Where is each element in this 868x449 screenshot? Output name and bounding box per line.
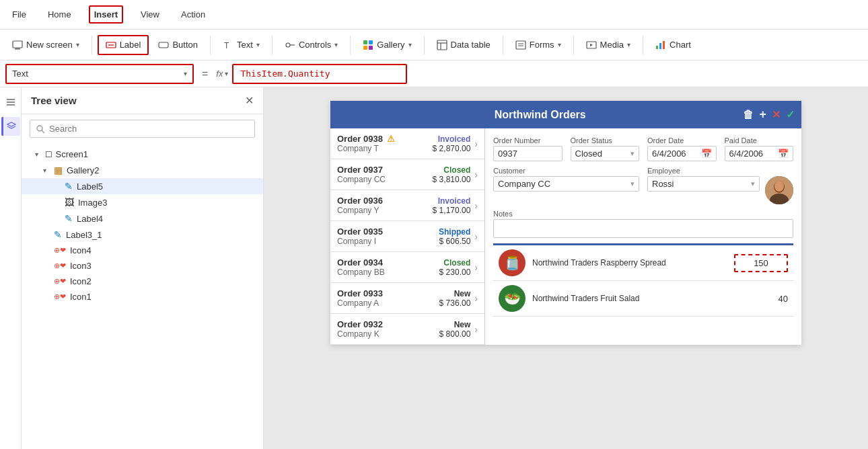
order-status-field: Order Status Closed ▾: [571, 136, 640, 161]
order-number-label: Order Number: [493, 136, 563, 145]
tree-toggle-screen1[interactable]: ▾: [35, 151, 43, 158]
menu-view[interactable]: View: [137, 7, 164, 22]
header-close-icon[interactable]: ✕: [772, 108, 781, 121]
gallery-item-0938[interactable]: Order 0938 ⚠ Company T Invoiced $ 2,870.…: [330, 128, 484, 159]
header-add-icon[interactable]: +: [759, 108, 766, 122]
customer-field: Customer Company CC ▾: [493, 167, 639, 204]
app-header: Northwind Orders 🗑 + ✕ ✓: [330, 101, 801, 128]
notes-input[interactable]: [493, 219, 793, 238]
employee-field: Employee Rossi ▾: [647, 167, 793, 204]
svg-rect-21: [659, 43, 661, 49]
tree-item-label5[interactable]: ✎ Label5: [22, 178, 263, 194]
sub-gallery-img-0: 🫙: [499, 249, 526, 276]
tree-panel: Tree view ✕ ▾ □ Screen1 ▾ ▦ Gallery2: [22, 87, 264, 449]
sidebar-layers-icon[interactable]: [1, 117, 20, 136]
canvas-area: Northwind Orders 🗑 + ✕ ✓ Order 093: [264, 87, 868, 449]
icon3-tree-icon: ⊕❤: [54, 261, 66, 270]
gallery-button[interactable]: Gallery ▾: [356, 36, 418, 54]
media-icon: [586, 40, 597, 50]
order-date-input[interactable]: 6/4/2006 📅: [647, 146, 717, 161]
detail-panel: Order Number 0937 Order Status Closed ▾: [485, 128, 801, 345]
formula-fx-label: fx: [216, 69, 223, 79]
sub-gallery-row-0: 🫙 Northwind Traders Raspberry Spread 150: [493, 245, 793, 281]
label-tree-icon: ✎: [65, 181, 73, 192]
tree-toggle-gallery2[interactable]: ▾: [43, 167, 51, 174]
svg-rect-8: [363, 40, 367, 44]
sub-gallery-qty-0[interactable]: 150: [734, 254, 788, 272]
gallery-item-0932[interactable]: Order 0932 Company K New $ 800.00 ›: [330, 314, 484, 345]
gallery-item-0937[interactable]: Order 0937 Company CC Closed $ 3,810.00 …: [330, 159, 484, 190]
order-number-value: 0937: [498, 149, 517, 159]
formula-input-box[interactable]: ThisItem.Quantity: [232, 64, 407, 84]
header-confirm-icon[interactable]: ✓: [786, 108, 795, 121]
employee-photo: [765, 176, 793, 204]
gallery-item-0934[interactable]: Order 0934 Company BB Closed $ 230.00 ›: [330, 252, 484, 283]
forms-button[interactable]: Forms ▾: [509, 36, 568, 54]
order-status-value: Closed: [575, 149, 602, 159]
detail-row-1: Order Number 0937 Order Status Closed ▾: [493, 136, 793, 161]
tree-item-screen1[interactable]: ▾ □ Screen1: [22, 146, 263, 162]
paid-date-input[interactable]: 6/4/2006 📅: [725, 146, 794, 161]
order-status-label: Order Status: [571, 136, 640, 145]
gallery-item-0936[interactable]: Order 0936 Company Y Invoiced $ 1,170.00…: [330, 190, 484, 221]
tree-item-label4[interactable]: ✎ Label4: [22, 210, 263, 227]
formula-name-box[interactable]: Text ▾: [5, 64, 194, 84]
text-button[interactable]: T Text ▾: [216, 36, 266, 54]
notes-label: Notes: [493, 210, 793, 218]
svg-marker-26: [7, 122, 15, 126]
tree-label-screen1: Screen1: [55, 149, 87, 159]
svg-rect-1: [15, 48, 20, 50]
divider-7: [573, 36, 574, 54]
media-button[interactable]: Media ▾: [579, 36, 637, 54]
tree-item-gallery2[interactable]: ▾ ▦ Gallery2: [22, 162, 263, 178]
tree-label-label4: Label4: [77, 214, 103, 224]
menu-file[interactable]: File: [8, 7, 30, 22]
label3-tree-icon: ✎: [54, 229, 62, 240]
label-button[interactable]: Label: [98, 35, 149, 55]
new-screen-button[interactable]: New screen ▾: [5, 36, 86, 54]
icon4-tree-icon: ⊕❤: [54, 246, 66, 255]
divider-3: [272, 36, 273, 54]
tree-label-icon2: Icon2: [70, 276, 92, 286]
text-icon: T: [223, 40, 233, 50]
label4-tree-icon: ✎: [65, 213, 73, 224]
svg-rect-0: [13, 41, 22, 48]
button-button[interactable]: Button: [151, 36, 205, 54]
tree-item-icon4[interactable]: ⊕❤ Icon4: [22, 243, 263, 258]
svg-rect-22: [663, 41, 665, 49]
order-number-input[interactable]: 0937: [493, 146, 563, 161]
chart-button[interactable]: Chart: [649, 36, 698, 54]
divider-1: [92, 36, 92, 54]
data-table-button[interactable]: Data table: [430, 36, 497, 54]
gallery-icon: [363, 40, 373, 50]
tree-item-icon2[interactable]: ⊕❤ Icon2: [22, 274, 263, 289]
sidebar-menu-icon[interactable]: [1, 93, 20, 112]
employee-dropdown[interactable]: Rossi ▾: [647, 176, 760, 192]
svg-point-6: [286, 43, 290, 47]
header-delete-icon[interactable]: 🗑: [743, 109, 754, 121]
tree-title: Tree view: [31, 95, 77, 106]
gallery-right-0938: Invoiced $ 2,870.00: [433, 134, 471, 153]
tree-item-label3-1[interactable]: ✎ Label3_1: [22, 227, 263, 243]
controls-button[interactable]: Controls ▾: [278, 36, 345, 54]
tree-close-button[interactable]: ✕: [245, 94, 254, 107]
divider-8: [643, 36, 643, 54]
menu-home[interactable]: Home: [44, 7, 75, 22]
app-body: Order 0938 ⚠ Company T Invoiced $ 2,870.…: [330, 128, 801, 345]
tree-item-icon1[interactable]: ⊕❤ Icon1: [22, 289, 263, 304]
gallery-item-0935[interactable]: Order 0935 Company I Shipped $ 606.50 ›: [330, 221, 484, 252]
toolbar: New screen ▾ Label Button T Text ▾ Contr…: [0, 30, 868, 60]
gallery-item-0933[interactable]: Order 0933 Company A New $ 736.00 ›: [330, 283, 484, 314]
tree-search-box[interactable]: [30, 120, 255, 138]
search-input[interactable]: [49, 124, 249, 134]
tree-item-icon3[interactable]: ⊕❤ Icon3: [22, 258, 263, 274]
tree-item-image3[interactable]: 🖼 Image3: [22, 194, 263, 210]
formula-equals: =: [202, 68, 208, 80]
screen-icon: □: [46, 149, 51, 159]
tree-label-label3-1: Label3_1: [66, 230, 102, 240]
menu-insert[interactable]: Insert: [89, 5, 123, 24]
order-status-dropdown[interactable]: Closed ▾: [571, 146, 640, 161]
menu-action[interactable]: Action: [177, 7, 209, 22]
customer-dropdown[interactable]: Company CC ▾: [493, 176, 639, 192]
order-number-field: Order Number 0937: [493, 136, 563, 161]
